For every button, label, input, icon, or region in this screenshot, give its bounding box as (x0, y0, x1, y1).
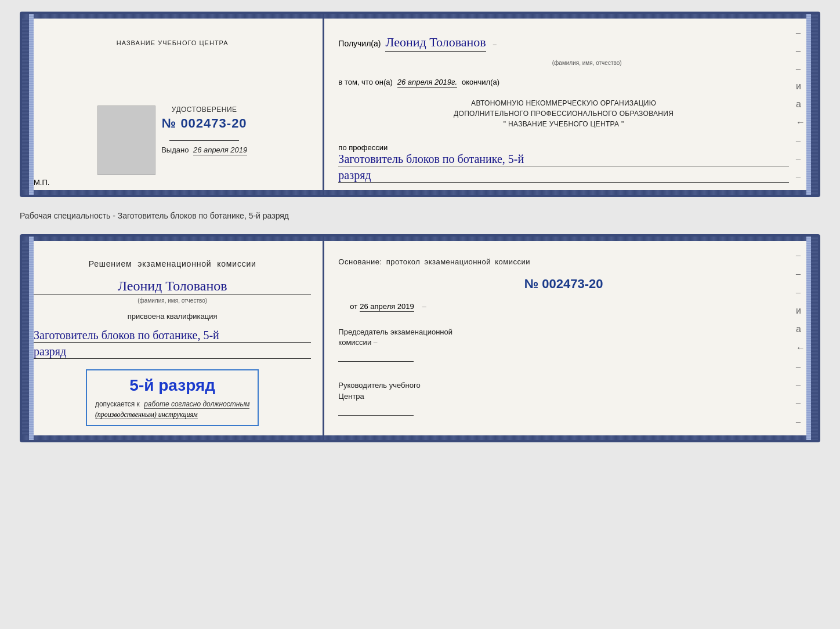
bottom-doc-right-panel: Основание: протокол экзаменационной коми… (324, 237, 818, 440)
top-doc-left-panel: НАЗВАНИЕ УЧЕБНОГО ЦЕНТРА УДОСТОВЕРЕНИЕ №… (22, 14, 324, 195)
bottom-doc-left-panel: Решением экзаменационной комиссии Леонид… (22, 237, 324, 440)
chair-signature-line (338, 350, 414, 362)
right-dashes: – – – и а ← – – – (796, 26, 805, 183)
protocol-number: № 002473-20 (338, 277, 789, 292)
org-block: АВТОНОМНУЮ НЕКОММЕРЧЕСКУЮ ОРГАНИЗАЦИЮ ДО… (338, 98, 789, 129)
center-head-signature-block: Руководитель учебного Центра (338, 380, 789, 417)
photo-placeholder (97, 106, 155, 175)
name-sublabel-top: (фамилия, имя, отчество) (385, 60, 789, 66)
photo-area: УДОСТОВЕРЕНИЕ № 002473-20 Выдано 26 апре… (97, 106, 247, 175)
top-document-card: НАЗВАНИЕ УЧЕБНОГО ЦЕНТРА УДОСТОВЕРЕНИЕ №… (20, 12, 820, 197)
top-doc-right-panel: Получил(а) Леонид Толованов – (фамилия, … (324, 14, 818, 195)
profession-block: по профессии Заготовитель блоков по бота… (338, 142, 789, 183)
separator-label: Рабочая специальность - Заготовитель бло… (20, 208, 820, 224)
center-head-signature-line (338, 404, 414, 416)
received-block: Получил(а) Леонид Толованов – (338, 35, 789, 52)
mp-label: М.П. (34, 178, 49, 187)
issued-line: Выдано 26 апреля 2019 (161, 146, 247, 154)
assigned-label: присвоена квалификация (128, 312, 218, 321)
basis-title: Основание: протокол экзаменационной коми… (338, 257, 789, 266)
page-wrapper: НАЗВАНИЕ УЧЕБНОГО ЦЕНТРА УДОСТОВЕРЕНИЕ №… (20, 12, 820, 442)
confirm-block: в том, что он(а) 26 апреля 2019г. окончи… (338, 78, 789, 88)
training-center-title: НАЗВАНИЕ УЧЕБНОГО ЦЕНТРА (117, 37, 229, 48)
bottom-profession-block: Заготовитель блоков по ботанике, 5-й раз… (34, 326, 311, 359)
cert-info-block: УДОСТОВЕРЕНИЕ № 002473-20 Выдано 26 апре… (161, 106, 247, 154)
bottom-document-card: Решением экзаменационной комиссии Леонид… (20, 234, 820, 442)
decision-name-block: Леонид Толованов (фамилия, имя, отчество… (34, 276, 311, 305)
chair-signature-block: Председатель экзаменационной комиссии – (338, 327, 789, 364)
basis-date-block: от 26 апреля 2019 – (350, 302, 789, 312)
bottom-right-dashes: – – – и а ← – – – – (796, 248, 805, 428)
decision-text: Решением экзаменационной комиссии (89, 257, 256, 270)
stamp-box: 5-й разряд допускается к работе согласно… (86, 369, 259, 426)
